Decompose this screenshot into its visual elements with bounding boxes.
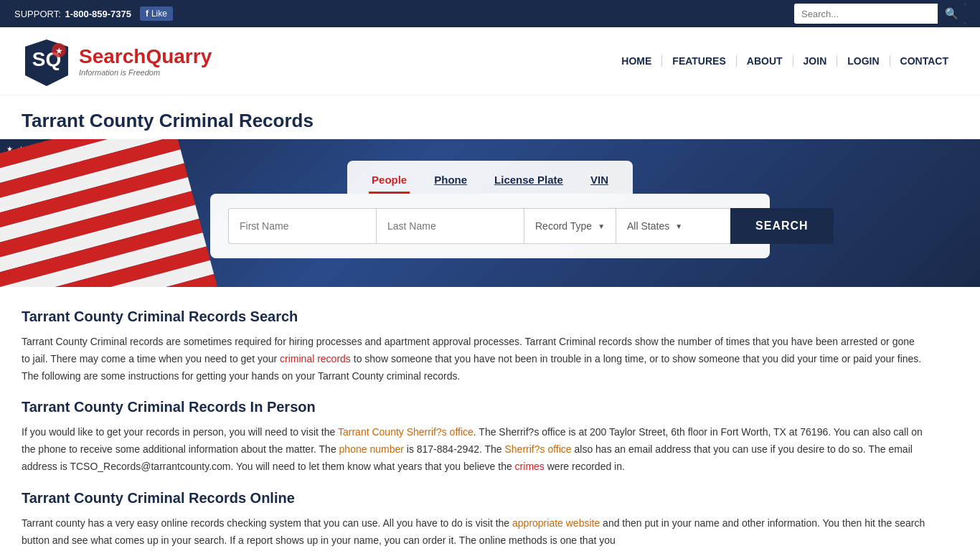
- logo-quarry: Quarry: [146, 45, 212, 67]
- logo-text: SearchQuarry Information is Freedom: [79, 45, 212, 77]
- nav-home[interactable]: HOME: [611, 55, 662, 67]
- tab-people[interactable]: People: [369, 168, 410, 194]
- header: SQ ★ SearchQuarry Information is Freedom…: [0, 27, 980, 95]
- nav-login[interactable]: LOGIN: [837, 55, 890, 67]
- tab-vin[interactable]: VIN: [588, 168, 611, 194]
- page-title-area: Tarrant County Criminal Records: [0, 95, 980, 139]
- logo-tagline: Information is Freedom: [79, 68, 212, 77]
- logo-brand: SearchQuarry: [79, 45, 212, 68]
- nav-about[interactable]: ABOUT: [737, 55, 793, 67]
- nav-features[interactable]: FEATURES: [662, 55, 736, 67]
- top-search-input[interactable]: [794, 6, 938, 22]
- appropriate-website-link[interactable]: appropriate website: [512, 517, 600, 529]
- search-tabs: People Phone License Plate VIN: [347, 161, 633, 194]
- support-label: SUPPORT: 1-800-859-7375: [14, 9, 131, 19]
- states-arrow-icon: ▼: [675, 222, 682, 230]
- record-type-arrow-icon: ▼: [598, 222, 605, 230]
- record-type-dropdown[interactable]: Record Type ▼: [524, 208, 616, 244]
- top-search-bar: 🔍: [794, 4, 966, 24]
- search-button[interactable]: SEARCH: [730, 208, 834, 244]
- tab-license-plate[interactable]: License Plate: [491, 168, 566, 194]
- logo: SQ ★ SearchQuarry Information is Freedom: [22, 36, 212, 86]
- top-bar-left: SUPPORT: 1-800-859-7375 f Like: [14, 6, 173, 21]
- fb-icon: f: [146, 9, 149, 19]
- section1-title: Tarrant County Criminal Records Search: [22, 309, 925, 325]
- last-name-input[interactable]: [376, 208, 524, 244]
- main-nav: HOME FEATURES ABOUT JOIN LOGIN CONTACT: [611, 55, 958, 67]
- crimes-link[interactable]: crimes: [515, 461, 545, 472]
- main-content: Tarrant County Criminal Records Search T…: [0, 287, 947, 551]
- fb-like-button[interactable]: f Like: [140, 6, 173, 21]
- nav-contact[interactable]: CONTACT: [890, 55, 958, 67]
- all-states-dropdown[interactable]: All States ▼: [616, 208, 730, 244]
- svg-text:★: ★: [55, 46, 63, 56]
- page-title: Tarrant County Criminal Records: [22, 110, 958, 132]
- flag-stripes: [0, 139, 225, 287]
- logo-icon: SQ ★: [22, 36, 72, 86]
- phone-number-link[interactable]: phone number: [339, 443, 404, 455]
- logo-search: Search: [79, 45, 146, 67]
- top-search-button[interactable]: 🔍: [938, 4, 966, 24]
- top-bar: SUPPORT: 1-800-859-7375 f Like 🔍: [0, 0, 980, 27]
- criminal-records-link[interactable]: criminal records: [280, 353, 351, 364]
- sherrif-office-link2[interactable]: Sherrif?s office: [505, 443, 572, 455]
- search-widget: People Phone License Plate VIN Record Ty…: [210, 161, 770, 258]
- section2-para: If you would like to get your records in…: [22, 424, 925, 475]
- tab-phone[interactable]: Phone: [431, 168, 470, 194]
- first-name-input[interactable]: [228, 208, 376, 244]
- search-form: Record Type ▼ All States ▼ SEARCH: [210, 194, 770, 258]
- nav-join[interactable]: JOIN: [793, 55, 838, 67]
- hero-banner: ★ ★ ★ ★ ★ ★ ★ ★ ★ ★ ★ ★ ★ ★ ★ ★ ★ ★ ★ ★: [0, 139, 980, 287]
- section3-title: Tarrant County Criminal Records Online: [22, 490, 925, 507]
- sherrif-office-link[interactable]: Tarrant County Sherrif?s office: [338, 426, 473, 438]
- section1-para: Tarrant County Criminal records are some…: [22, 334, 925, 385]
- section3-para: Tarrant county has a very easy online re…: [22, 515, 925, 550]
- section2-title: Tarrant County Criminal Records In Perso…: [22, 399, 925, 415]
